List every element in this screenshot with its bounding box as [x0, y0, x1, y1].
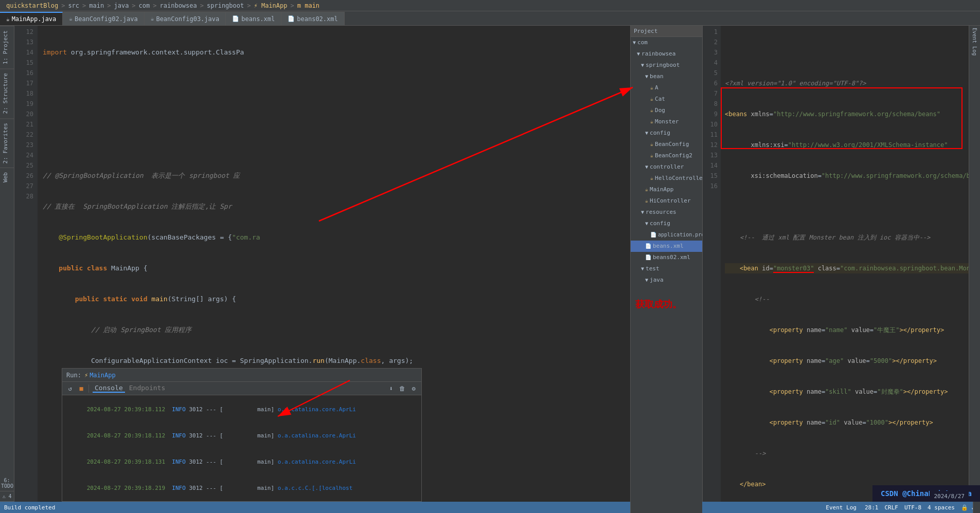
position-indicator: 28:1 — [865, 504, 879, 511]
xml-line-5 — [725, 201, 973, 212]
success-annotation: 获取成功。 — [635, 298, 682, 310]
indent: 4 spaces — [928, 504, 955, 511]
tree-node-config[interactable]: ▼config — [631, 127, 702, 139]
console-line-2: 2024-08-27 20:39:18.112 INFO 3012 --- [ … — [62, 423, 421, 449]
console-panel: Run: ⚡ MainApp ↺ ■ Console Endpoints ⬇ 🗑… — [62, 368, 422, 502]
code-line-18: @SpringBootApplication(scanBasePackages … — [43, 232, 630, 243]
lock-icon: 🔒 — [961, 504, 968, 511]
file-tree: ▼com ▼rainbowsea ▼springboot ▼bean ☕A ☕C… — [631, 37, 702, 286]
app-icon: ⚡ — [84, 372, 88, 379]
tab-beans-xml[interactable]: 📄 beans.xml — [226, 12, 281, 25]
tree-node-controller[interactable]: ▼controller — [631, 161, 702, 173]
tree-node-A[interactable]: ☕A — [631, 82, 702, 94]
xml-line-11: <property name="skill" value="封魔拳"></pro… — [725, 387, 973, 397]
tree-node-java[interactable]: ▼java — [631, 274, 702, 286]
tree-node-beans02-xml[interactable]: 📄beans02.xml — [631, 252, 702, 263]
xml-line-9: <property name="name" value="牛魔王"></prop… — [725, 325, 973, 335]
java-icon: ☕ — [6, 16, 10, 23]
code-line-17: // 直接在 SpringBootApplication 注解后指定,让 Spr — [43, 201, 630, 212]
restart-btn[interactable]: ↺ — [65, 383, 75, 394]
tab-beans02-xml[interactable]: 📄 beans02.xml — [281, 12, 344, 25]
encoding: UTF-8 — [904, 504, 921, 511]
code-line-19: public class MainApp { — [43, 263, 630, 273]
tree-node-bean[interactable]: ▼bean — [631, 71, 702, 82]
event-log-btn[interactable]: Event Log — [971, 26, 978, 58]
tree-node-Dog[interactable]: ☕Dog — [631, 105, 702, 116]
code-line-15 — [43, 140, 630, 150]
project-tool-btn[interactable]: 1: Project — [0, 26, 14, 68]
breadcrumb: quickstartBlog > src > main > java > com… — [5, 2, 320, 9]
run-app: ⚡ MainApp — [84, 372, 116, 379]
java-icon-3: ☕ — [151, 15, 154, 22]
tree-node-rainbowsea[interactable]: ▼rainbowsea — [631, 48, 702, 60]
breadcrumb-bar: quickstartBlog > src > main > java > com… — [0, 0, 980, 11]
xml-content: <?xml version="1.0" encoding="UTF-8"?> <… — [721, 26, 973, 513]
tab-mainapp[interactable]: ☕ MainApp.java — [0, 12, 63, 25]
favorites-tool-btn[interactable]: 2: Favorites — [0, 118, 14, 168]
code-line-20: public static void main(String[] args) { — [43, 294, 630, 304]
tree-node-MainApp[interactable]: ☕MainApp — [631, 184, 702, 195]
tree-node-com[interactable]: ▼com — [631, 37, 702, 48]
event-log-status[interactable]: Event Log — [826, 504, 857, 511]
structure-tool-btn[interactable]: 2: Structure — [0, 68, 14, 118]
tree-node-HelloController[interactable]: ☕HelloController — [631, 173, 702, 184]
xml-icon-2: 📄 — [288, 15, 295, 22]
xml-line-7: <bean id="monster03" class="com.rainbows… — [725, 263, 973, 273]
tab-beanconfig03[interactable]: ☕ BeanConfig03.java — [145, 12, 226, 25]
xml-line-4: xsi:schemaLocation="http://www.springfra… — [725, 171, 973, 181]
status-bar: Build completed Event Log 28:1 CRLF UTF-… — [0, 502, 980, 513]
xml-line-8: <!-- — [725, 294, 973, 304]
settings-btn[interactable]: ⚙ — [408, 383, 419, 394]
endpoints-tab[interactable]: Endpoints — [127, 384, 167, 393]
tab-beanconfig02[interactable]: ☕ BeanConfig02.java — [63, 12, 144, 25]
xml-line-13: --> — [725, 448, 973, 459]
divider — [88, 384, 89, 393]
xml-line-numbers: 1 2 3 4 5 6 7 8 9 10 11 12 13 14 15 16 — [703, 26, 721, 513]
tree-node-resources[interactable]: ▼resources — [631, 207, 702, 218]
console-line-3: 2024-08-27 20:39:18.131 INFO 3012 --- [ … — [62, 449, 421, 475]
console-line-1: 2024-08-27 20:39:18.112 INFO 3012 --- [ … — [62, 396, 421, 423]
line-numbers: 12 13 14 15 16 17 18 19 20 21 22 23 24 2… — [14, 26, 38, 513]
line-ending: CRLF — [884, 504, 898, 511]
code-line-13 — [43, 78, 630, 88]
problems-tool-btn[interactable]: ⚠ 4 — [0, 491, 14, 502]
scroll-end-btn[interactable]: ⬇ — [386, 383, 396, 394]
xml-panel: 1 2 3 4 5 6 7 8 9 10 11 12 13 14 15 16 — [702, 26, 980, 513]
xml-line-10: <property name="age" value="5000"></prop… — [725, 356, 973, 366]
code-line-12: import org.springframework.context.suppo… — [43, 47, 630, 58]
tree-node-app-props[interactable]: 📄application.properties — [631, 229, 702, 241]
datetime-display: 2024/8/27 — [930, 491, 969, 502]
console-content: 2024-08-27 20:39:18.112 INFO 3012 --- [ … — [62, 395, 421, 501]
web-tool-btn[interactable]: Web — [0, 168, 14, 187]
java-icon-2: ☕ — [69, 15, 73, 22]
file-tree-panel: Project ▼com ▼rainbowsea ▼springboot ▼be… — [630, 26, 702, 513]
clear-btn[interactable]: 🗑 — [397, 383, 407, 394]
tree-node-beans-xml[interactable]: 📄beans.xml — [631, 241, 702, 252]
code-line-16: // @SpringBootApplication 表示是一个 springbo… — [43, 171, 630, 181]
xml-icon: 📄 — [232, 15, 239, 22]
console-header: Run: ⚡ MainApp — [62, 369, 421, 382]
todo-tool-btn[interactable]: 6: TODO — [0, 475, 14, 491]
run-label: Run: — [66, 372, 81, 379]
tree-node-Monster[interactable]: ☕Monster — [631, 116, 702, 127]
left-tool-window: 1: Project 2: Structure 2: Favorites Web… — [0, 26, 14, 502]
xml-line-3: xmlns:xsi="http://www.w3.org/2001/XMLSch… — [725, 140, 973, 150]
tree-node-Cat[interactable]: ☕Cat — [631, 94, 702, 105]
code-line-21: // 启动 SpringBoot 应用程序 — [43, 325, 630, 335]
file-tree-header: Project — [631, 26, 702, 37]
tree-node-test[interactable]: ▼test — [631, 263, 702, 274]
tree-node-BeanConfig2[interactable]: ☕BeanConfig2 — [631, 150, 702, 161]
tree-node-config2[interactable]: ▼config — [631, 218, 702, 229]
tab-bar: ☕ MainApp.java ☕ BeanConfig02.java ☕ Bea… — [0, 11, 980, 26]
xml-line-12: <property name="id" value="1000"></prope… — [725, 417, 973, 428]
tree-node-HiController[interactable]: ☕HiController — [631, 195, 702, 207]
tree-node-BeanConfig[interactable]: ☕BeanConfig — [631, 139, 702, 150]
build-status: Build completed — [4, 504, 55, 511]
breadcrumb-blog[interactable]: quickstartBlog — [6, 2, 58, 9]
xml-line-2: <beans xmlns="http://www.springframework… — [725, 109, 973, 119]
stop-btn[interactable]: ■ — [76, 383, 86, 394]
console-tabs: Console Endpoints — [93, 384, 167, 393]
tree-node-springboot[interactable]: ▼springboot — [631, 60, 702, 71]
console-line-4: 2024-08-27 20:39:18.219 INFO 3012 --- [ … — [62, 475, 421, 501]
console-tab[interactable]: Console — [93, 384, 125, 393]
